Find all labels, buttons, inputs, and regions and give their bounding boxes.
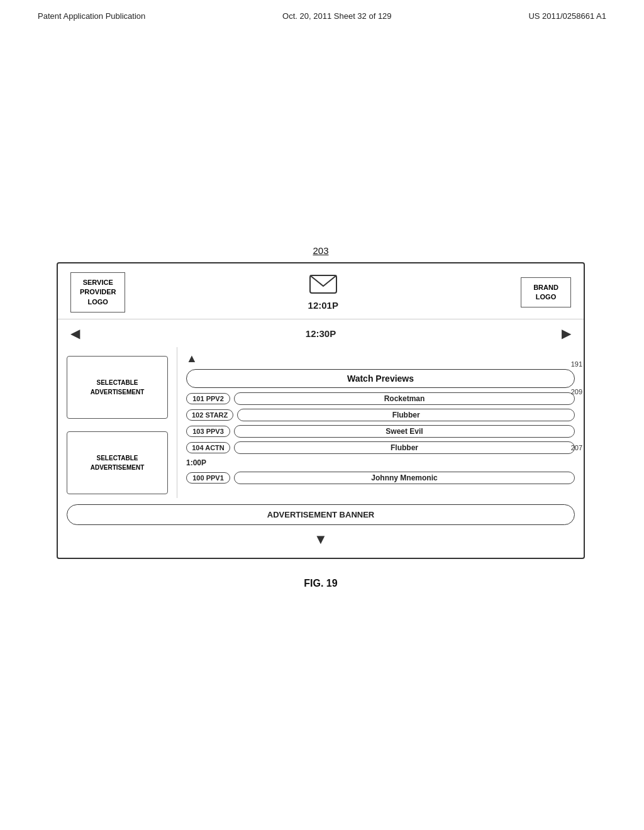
- up-arrow-icon[interactable]: ▲: [177, 347, 584, 367]
- patent-left-text: Patent Application Publication: [38, 11, 145, 21]
- selectable-ad-top[interactable]: SELECTABLE ADVERTISEMENT: [67, 356, 168, 419]
- nav-row: ◀ 12:30P ▶: [58, 319, 584, 347]
- brand-logo: BRAND LOGO: [521, 277, 571, 308]
- program-guide-column: ▲ Watch Previews 191 209 101 PPV2 Rocket…: [177, 347, 584, 498]
- patent-header: Patent Application Publication Oct. 20, …: [0, 0, 644, 21]
- channel-badge: 102 STARZ: [186, 409, 233, 421]
- ref-209: 209: [571, 388, 582, 396]
- figure-caption: FIG. 19: [57, 578, 585, 589]
- nav-time: 12:30P: [85, 328, 557, 339]
- content-area: SELECTABLE ADVERTISEMENT SELECTABLE ADVE…: [58, 347, 584, 498]
- down-arrow-icon[interactable]: ▼: [58, 528, 584, 551]
- bottom-section: ADVERTISEMENT BANNER ▼: [58, 504, 584, 558]
- header-bar: SERVICE PROVIDER LOGO 12:01P BRAND LOGO: [58, 263, 584, 319]
- program-row: 103 PPV3 Sweet Evil: [177, 423, 584, 440]
- program-title[interactable]: Flubber: [237, 409, 575, 421]
- ref-207: 207: [571, 444, 582, 451]
- watch-previews-button[interactable]: Watch Previews: [186, 369, 575, 388]
- program-row: 102 STARZ Flubber: [177, 407, 584, 423]
- program-title[interactable]: Johnny Mnemonic: [234, 472, 575, 484]
- channel-badge: 100 PPV1: [186, 472, 230, 484]
- program-row: 100 PPV1 Johnny Mnemonic: [177, 470, 584, 486]
- service-provider-logo: SERVICE PROVIDER LOGO: [70, 272, 125, 313]
- nav-left-arrow-icon[interactable]: ◀: [70, 326, 80, 341]
- left-ad-column: SELECTABLE ADVERTISEMENT SELECTABLE ADVE…: [58, 347, 177, 498]
- advertisement-banner[interactable]: ADVERTISEMENT BANNER: [67, 504, 575, 525]
- time-display-top: 12:01P: [308, 300, 338, 311]
- diagram-area: 203 SERVICE PROVIDER LOGO 12:01P BRAND L…: [57, 245, 585, 589]
- nav-right-arrow-icon[interactable]: ▶: [562, 326, 571, 341]
- ref-191: 191: [571, 360, 582, 368]
- channel-badge: 104 ACTN: [186, 442, 230, 453]
- selectable-ad-bottom[interactable]: SELECTABLE ADVERTISEMENT: [67, 431, 168, 494]
- figure-number: 203: [57, 245, 585, 256]
- program-row: 101 PPV2 Rocketman: [177, 390, 584, 407]
- program-title[interactable]: Rocketman: [234, 392, 575, 405]
- channel-badge: 103 PPV3: [186, 426, 230, 437]
- ref-207-wrapper: 104 ACTN Flubber 207: [177, 440, 584, 456]
- program-title[interactable]: Sweet Evil: [234, 425, 575, 438]
- watch-previews-row: Watch Previews 191 209: [177, 367, 584, 390]
- time-separator: 1:00P: [177, 456, 584, 470]
- center-header: 12:01P: [308, 275, 338, 311]
- program-row: 104 ACTN Flubber: [177, 440, 584, 456]
- envelope-icon: [309, 275, 337, 296]
- program-title[interactable]: Flubber: [234, 441, 575, 454]
- channel-badge: 101 PPV2: [186, 393, 230, 404]
- tv-screen: SERVICE PROVIDER LOGO 12:01P BRAND LOGO …: [57, 262, 585, 559]
- patent-middle-text: Oct. 20, 2011 Sheet 32 of 129: [282, 11, 391, 21]
- patent-right-text: US 2011/0258661 A1: [528, 11, 606, 21]
